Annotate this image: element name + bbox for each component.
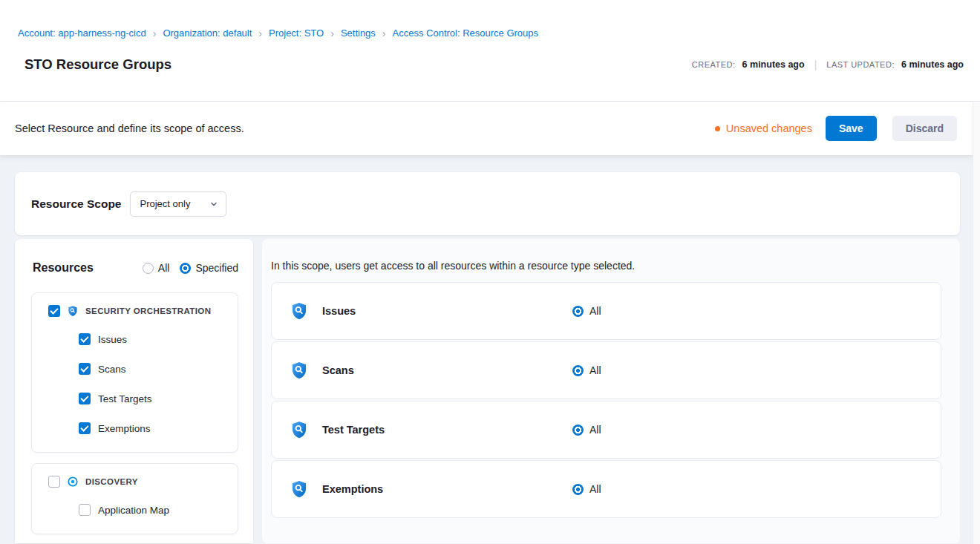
resources-filter-radios: All Specified: [143, 262, 238, 274]
unsaved-changes-label: Unsaved changes: [726, 122, 812, 134]
meta-divider: |: [811, 59, 820, 71]
created-value: 6 minutes ago: [742, 59, 805, 70]
resource-row-test-targets: Test Targets All: [271, 401, 941, 459]
discard-button[interactable]: Discard: [892, 116, 957, 141]
page-title: STO Resource Groups: [24, 56, 172, 73]
breadcrumb-link-organization[interactable]: Organization: default: [163, 27, 252, 39]
checkbox-discovery[interactable]: [48, 476, 60, 488]
resource-type-label: Scans: [98, 364, 126, 375]
radio-icon: [572, 365, 584, 376]
resource-group-label: DISCOVERY: [85, 477, 138, 486]
access-all-label: All: [589, 424, 601, 436]
chevron-down-icon: [209, 200, 218, 209]
resources-panel: Resources All Specified: [15, 239, 253, 543]
resource-type-item-exemptions: Exemptions: [32, 413, 238, 443]
checkbox-test-targets[interactable]: [79, 393, 91, 404]
resource-group-security-orchestration: SECURITY ORCHESTRATION Issues Scans Test…: [31, 292, 238, 453]
resource-type-item-issues: Issues: [32, 324, 238, 354]
resource-row-label: Exemptions: [322, 483, 383, 495]
radio-icon: [572, 306, 584, 317]
resources-filter-all[interactable]: All: [143, 262, 170, 274]
resource-row-label: Issues: [322, 305, 356, 317]
breadcrumb-link-access-control[interactable]: Access Control: Resource Groups: [393, 27, 539, 39]
resource-row-scans: Scans All: [271, 341, 941, 399]
radio-icon: [572, 484, 584, 495]
access-all-option[interactable]: All: [572, 483, 601, 495]
access-all-label: All: [589, 364, 601, 376]
resource-group-discovery: DISCOVERY Application Map: [31, 463, 238, 534]
access-all-label: All: [589, 483, 601, 495]
checkbox-scans[interactable]: [79, 363, 91, 375]
resources-filter-all-label: All: [158, 262, 170, 274]
scope-detail-panel: In this scope, users get access to all r…: [262, 239, 960, 543]
resource-type-item-application-map: Application Map: [32, 495, 238, 525]
scope-description: In this scope, users get access to all r…: [271, 260, 941, 272]
resource-row-exemptions: Exemptions All: [271, 460, 941, 518]
breadcrumb: Account: app-harness-ng-cicd › Organizat…: [0, 0, 980, 39]
breadcrumb-link-account[interactable]: Account: app-harness-ng-cicd: [18, 27, 146, 39]
radio-icon: [180, 263, 191, 274]
resource-type-label: Issues: [98, 334, 127, 345]
chevron-right-icon: ›: [153, 27, 157, 39]
resource-row-label: Test Targets: [322, 424, 385, 436]
chevron-right-icon: ›: [258, 27, 262, 39]
save-button[interactable]: Save: [826, 116, 877, 141]
access-all-option[interactable]: All: [572, 424, 601, 436]
resource-row-issues: Issues All: [271, 282, 941, 340]
chevron-right-icon: ›: [382, 27, 386, 39]
resource-type-label: Test Targets: [98, 393, 152, 404]
access-all-option[interactable]: All: [572, 305, 601, 317]
resource-type-item-test-targets: Test Targets: [32, 384, 238, 413]
main-content: Resource Scope Project only Resources Al…: [0, 155, 980, 543]
resources-filter-specified[interactable]: Specified: [180, 262, 238, 274]
page-header: Account: app-harness-ng-cicd › Organizat…: [0, 0, 980, 102]
sto-shield-icon: [290, 301, 309, 321]
resource-type-label: Application Map: [98, 505, 169, 516]
radio-icon: [143, 263, 154, 274]
resource-scope-card: Resource Scope Project only: [15, 172, 960, 235]
last-updated-label: LAST UPDATED:: [826, 60, 895, 69]
sto-shield-icon: [290, 479, 309, 499]
created-label: CREATED:: [692, 60, 736, 69]
resource-scope-dropdown-value: Project only: [140, 198, 190, 209]
resource-type-item-scans: Scans: [32, 354, 238, 384]
unsaved-changes-indicator: Unsaved changes: [715, 122, 812, 134]
checkbox-issues[interactable]: [79, 333, 91, 345]
resources-filter-specified-label: Specified: [195, 262, 238, 274]
action-description: Select Resource and define its scope of …: [15, 122, 244, 134]
meta-info: CREATED: 6 minutes ago | LAST UPDATED: 6…: [692, 59, 964, 71]
resource-row-label: Scans: [322, 364, 354, 376]
access-all-label: All: [589, 305, 601, 317]
breadcrumb-link-settings[interactable]: Settings: [341, 27, 376, 39]
unsaved-dot-icon: [715, 126, 720, 131]
checkbox-security-orchestration[interactable]: [48, 305, 60, 317]
chevron-right-icon: ›: [330, 27, 334, 39]
breadcrumb-link-project[interactable]: Project: STO: [269, 27, 324, 39]
action-bar: Select Resource and define its scope of …: [0, 102, 980, 155]
radio-icon: [572, 425, 584, 436]
resource-scope-dropdown[interactable]: Project only: [130, 191, 226, 217]
resource-group-header: DISCOVERY: [32, 468, 238, 495]
scrollbar-track[interactable]: [973, 102, 980, 544]
last-updated-value: 6 minutes ago: [901, 59, 964, 70]
sto-shield-icon: [290, 361, 309, 380]
sto-shield-icon: [67, 305, 79, 317]
resource-group-label: SECURITY ORCHESTRATION: [85, 307, 211, 315]
resource-scope-label: Resource Scope: [31, 197, 121, 211]
resource-group-header: SECURITY ORCHESTRATION: [32, 298, 238, 324]
discovery-icon: [67, 476, 79, 488]
sto-shield-icon: [290, 420, 309, 439]
resources-panel-title: Resources: [33, 261, 94, 275]
resource-type-label: Exemptions: [98, 423, 151, 434]
checkbox-application-map[interactable]: [79, 504, 91, 516]
checkbox-exemptions[interactable]: [79, 422, 91, 434]
access-all-option[interactable]: All: [572, 364, 601, 376]
